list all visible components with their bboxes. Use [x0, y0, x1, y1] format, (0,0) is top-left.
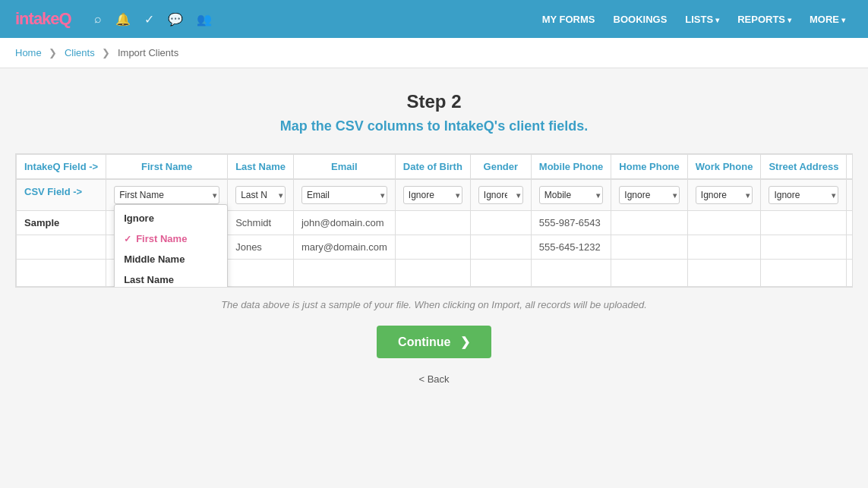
mobile-select[interactable]: Mobile [539, 186, 604, 204]
mapping-table: IntakeQ Field -> First Name Last Name Em… [16, 154, 853, 287]
note-text: The data above is just a sample of your … [15, 299, 853, 310]
bell-icon[interactable]: 🔔 [115, 12, 131, 27]
sample-label: Sample [17, 211, 106, 235]
page-subtitle: Map the CSV columns to IntakeQ's client … [15, 118, 853, 134]
csv-mobile-cell: Mobile ▾ [531, 179, 611, 211]
home-select[interactable]: Ignore [619, 186, 679, 204]
checkmark-icon: ✓ [124, 234, 131, 244]
csv-home-cell: Ignore ▾ [611, 179, 687, 211]
work-select[interactable]: Ignore [696, 186, 753, 204]
csv-field-row: CSV Field -> Ignore First Name Middle Na… [17, 179, 854, 211]
csv-street-cell: Ignore ▾ [761, 179, 847, 211]
sample-last-name-2: Jones [228, 235, 294, 260]
sample-work-1 [687, 211, 761, 235]
continue-arrow-icon: ❯ [460, 335, 470, 348]
nav-more[interactable]: MORE▾ [802, 9, 853, 30]
mapping-table-wrapper: IntakeQ Field -> First Name Last Name Em… [15, 153, 853, 288]
nav-icon-group: ⌕ 🔔 ✓ 💬 👥 [94, 12, 212, 27]
col-home-phone: Home Phone [611, 155, 687, 180]
col-street-address: Street Address [761, 155, 847, 180]
logo-intake: intake [15, 9, 59, 28]
breadcrumb: Home ❯ Clients ❯ Import Clients [0, 38, 868, 68]
csv-dob-cell: Ignore ▾ [395, 179, 470, 211]
sample-gender-2 [470, 235, 531, 260]
breadcrumb-sep-1: ❯ [49, 47, 57, 58]
csv-first-name-cell: Ignore First Name Middle Name Last Name … [106, 179, 228, 211]
col-first-name: First Name [106, 155, 228, 180]
dob-select-wrapper: Ignore ▾ [403, 186, 462, 204]
sample-street-2 [761, 235, 847, 260]
csv-work-cell: Ignore ▾ [687, 179, 761, 211]
continue-button[interactable]: Continue ❯ [377, 326, 491, 358]
back-link[interactable]: < Back [15, 373, 853, 385]
first-name-select-wrapper: Ignore First Name Middle Name Last Name … [114, 186, 219, 204]
search-icon[interactable]: ⌕ [94, 12, 102, 26]
csv-gender-cell: Ignore ▾ [470, 179, 531, 211]
dob-select[interactable]: Ignore [403, 186, 462, 204]
dropdown-middle-name[interactable]: Middle Name [115, 249, 227, 269]
first-name-dropdown-menu: Ignore ✓ First Name Middle Name [114, 204, 228, 288]
app-logo[interactable]: intakeQ [15, 9, 71, 29]
main-content: Step 2 Map the CSV columns to IntakeQ's … [0, 68, 868, 480]
sample-gender-1 [470, 211, 531, 235]
navbar: intakeQ ⌕ 🔔 ✓ 💬 👥 MY FORMS BOOKINGS LIST… [0, 0, 868, 38]
home-select-wrapper: Ignore ▾ [619, 186, 679, 204]
breadcrumb-sep-2: ❯ [102, 47, 110, 58]
sample-mobile-2: 555-645-1232 [531, 235, 611, 260]
nav-reports[interactable]: REPORTS▾ [730, 9, 799, 30]
last-name-select[interactable]: Last N [235, 186, 286, 204]
back-anchor[interactable]: < Back [418, 373, 449, 385]
sample-email-2: mary@domain.com [293, 235, 395, 260]
mobile-select-wrapper: Mobile ▾ [539, 186, 604, 204]
dropdown-ignore[interactable]: Ignore [115, 208, 227, 228]
sample-home-1 [611, 211, 687, 235]
sample-dob-2 [395, 235, 470, 260]
email-select-wrapper: Email ▾ [301, 186, 387, 204]
street-select[interactable]: Ignore [769, 186, 838, 204]
col-unit: Unit # [847, 155, 853, 180]
col-dob: Date of Birth [395, 155, 470, 180]
sample-unit-2 [847, 235, 853, 260]
breadcrumb-clients[interactable]: Clients [65, 47, 95, 58]
gender-select[interactable]: Ignore [478, 186, 523, 204]
empty-label [17, 260, 106, 287]
sample-home-2 [611, 235, 687, 260]
sample-unit-1 [847, 211, 853, 235]
nav-links: MY FORMS BOOKINGS LISTS▾ REPORTS▾ MORE▾ [535, 9, 853, 30]
logo-q: Q [59, 9, 71, 28]
sample-email-1: john@domain.com [293, 211, 395, 235]
sample-dob-1 [395, 211, 470, 235]
gender-select-wrapper: Ignore ▾ [478, 186, 523, 204]
work-select-wrapper: Ignore ▾ [696, 186, 753, 204]
sample-last-name-1: Schmidt [228, 211, 294, 235]
dropdown-last-name[interactable]: Last Name [115, 269, 227, 288]
nav-lists[interactable]: LISTS▾ [677, 9, 727, 30]
col-work-phone: Work Phone [687, 155, 761, 180]
sample-work-2 [687, 235, 761, 260]
first-name-dropdown-wrapper: Ignore First Name Middle Name Last Name … [114, 186, 219, 204]
street-select-wrapper: Ignore ▾ [769, 186, 838, 204]
sample-label-2 [17, 235, 106, 260]
check-circle-icon[interactable]: ✓ [144, 12, 154, 27]
breadcrumb-current: Import Clients [118, 47, 178, 58]
last-name-select-wrapper: Last N ▾ [235, 186, 286, 204]
col-email: Email [293, 155, 395, 180]
nav-my-forms[interactable]: MY FORMS [535, 9, 603, 30]
csv-last-name-cell: Last N ▾ [228, 179, 294, 211]
users-icon[interactable]: 👥 [197, 12, 212, 27]
nav-bookings[interactable]: BOOKINGS [606, 9, 675, 30]
sample-mobile-1: 555-987-6543 [531, 211, 611, 235]
csv-unit-cell: Ignore ▾ [847, 179, 853, 211]
first-name-select[interactable]: Ignore First Name Middle Name Last Name … [114, 186, 219, 204]
intakeq-header-row: IntakeQ Field -> First Name Last Name Em… [17, 155, 854, 180]
breadcrumb-home[interactable]: Home [15, 47, 42, 58]
col-gender: Gender [470, 155, 531, 180]
csv-email-cell: Email ▾ [293, 179, 395, 211]
dropdown-first-name[interactable]: ✓ First Name [115, 228, 227, 249]
col-last-name: Last Name [228, 155, 294, 180]
email-select[interactable]: Email [301, 186, 387, 204]
chat-icon[interactable]: 💬 [168, 12, 183, 27]
page-title: Step 2 [15, 91, 853, 112]
csv-row-label: CSV Field -> [17, 179, 106, 211]
sample-street-1 [761, 211, 847, 235]
